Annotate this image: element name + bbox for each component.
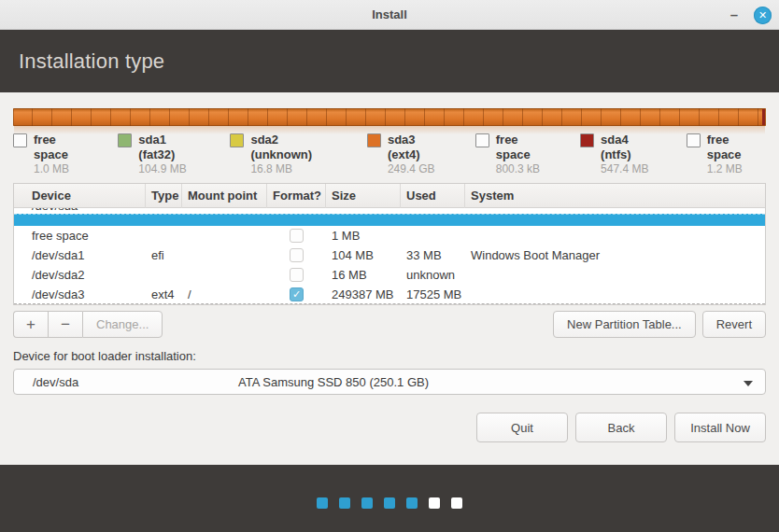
page-footer <box>0 465 779 532</box>
partition-name: sda1 (fat32) <box>138 133 205 162</box>
size-cell: 104 MB <box>326 245 401 265</box>
partition-toolbar: + − Change... New Partition Table... Rev… <box>13 311 766 338</box>
table-row-dev-sda-selected[interactable]: /dev/sda <box>14 208 765 226</box>
column-header-format[interactable]: Format? <box>267 184 326 208</box>
table-row-dev-sda3[interactable]: /dev/sda3 ext4 / 249387 MB 17525 MB <box>14 285 765 304</box>
legend-item-free-space-2: free space 800.3 kB <box>475 133 555 176</box>
partition-name: sda2 (unknown) <box>250 133 342 162</box>
partition-bar-ntfs-sliver <box>762 109 765 125</box>
partition-swatch-icon <box>367 133 381 147</box>
column-header-type[interactable]: Type <box>146 184 182 208</box>
partition-bar[interactable] <box>13 108 766 126</box>
partition-name: free space <box>496 133 555 162</box>
partition-swatch-icon <box>118 133 132 147</box>
remove-partition-button[interactable]: − <box>48 311 82 338</box>
progress-step <box>406 497 418 509</box>
format-checkbox[interactable] <box>290 229 304 243</box>
bootloader-device-description: ATA Samsung SSD 850 (250.1 GB) <box>238 375 429 389</box>
device-cell: /dev/sda1 <box>14 245 146 265</box>
partition-size: 547.4 MB <box>601 162 661 176</box>
partition-swatch-icon <box>475 133 489 147</box>
used-cell: 17525 MB <box>401 285 465 304</box>
window-controls: – ✕ <box>726 0 772 30</box>
partition-edit-group: + − Change... <box>13 311 163 338</box>
column-header-size[interactable]: Size <box>326 184 401 208</box>
device-cell: /dev/sda2 <box>14 265 146 285</box>
system-cell: Windows Boot Manager <box>465 245 765 265</box>
install-now-button[interactable]: Install Now <box>674 413 766 442</box>
device-cell: free space <box>14 226 146 245</box>
legend-item-sda1: sda1 (fat32) 104.9 MB <box>118 133 205 176</box>
partition-size: 1.0 MB <box>34 162 92 176</box>
add-partition-button[interactable]: + <box>13 311 48 338</box>
new-partition-table-button[interactable]: New Partition Table... <box>553 311 696 338</box>
minimize-icon[interactable]: – <box>726 10 743 20</box>
bootloader-device-value: /dev/sda <box>14 375 238 389</box>
partition-bar-segments <box>13 108 766 126</box>
column-header-used[interactable]: Used <box>401 184 465 208</box>
progress-step <box>339 497 350 509</box>
partition-swatch-icon <box>230 133 244 147</box>
column-header-device[interactable]: Device <box>14 184 146 208</box>
legend-item-sda4: sda4 (ntfs) 547.4 MB <box>580 133 661 176</box>
partition-size: 249.4 GB <box>388 162 450 176</box>
partition-size: 104.9 MB <box>138 162 205 176</box>
type-cell: efi <box>146 245 182 265</box>
table-header-row: Device Type Mount point Format? Size Use… <box>14 184 765 208</box>
page-title: Installation type <box>19 49 164 74</box>
partition-name: free space <box>707 133 766 162</box>
content-area: free space 1.0 MB sda1 (fat32) 104.9 MB … <box>0 108 779 465</box>
legend-item-free-space-1: free space 1.0 MB <box>13 133 92 176</box>
size-cell: 16 MB <box>326 265 401 285</box>
format-checkbox[interactable] <box>290 287 304 301</box>
table-row-dev-sda1[interactable]: /dev/sda1 efi 104 MB 33 MB Windows Boot … <box>14 245 765 265</box>
progress-step <box>451 497 462 509</box>
quit-button[interactable]: Quit <box>476 413 568 442</box>
legend-item-free-space-3: free space 1.2 MB <box>687 133 766 176</box>
partition-swatch-icon <box>13 133 27 147</box>
progress-step <box>384 497 395 509</box>
window-titlebar: Install – ✕ <box>0 0 779 30</box>
close-icon[interactable]: ✕ <box>754 7 772 24</box>
progress-step <box>317 497 328 509</box>
change-partition-button[interactable]: Change... <box>82 311 163 338</box>
device-cell: /dev/sda3 <box>14 285 146 304</box>
format-checkbox[interactable] <box>290 248 304 262</box>
partition-size: 16.8 MB <box>250 162 342 176</box>
partition-swatch-icon <box>687 133 701 147</box>
partition-size: 800.3 kB <box>496 162 555 176</box>
chevron-down-icon <box>744 381 753 386</box>
partition-name: sda3 (ext4) <box>388 133 450 162</box>
page-header: Installation type <box>0 30 779 92</box>
dialog-actions: Quit Back Install Now <box>13 413 766 442</box>
progress-step <box>361 497 373 509</box>
partition-name: free space <box>34 133 92 162</box>
format-checkbox[interactable] <box>290 268 304 282</box>
partition-name: sda4 (ntfs) <box>601 133 661 162</box>
partition-table: Device Type Mount point Format? Size Use… <box>13 183 766 305</box>
legend-item-sda2: sda2 (unknown) 16.8 MB <box>230 133 342 176</box>
table-row-dev-sda2[interactable]: /dev/sda2 16 MB unknown <box>14 265 765 285</box>
selected-row-highlight[interactable] <box>14 214 765 226</box>
partition-swatch-icon <box>580 133 594 147</box>
size-cell: 249387 MB <box>326 285 401 304</box>
partition-legend: free space 1.0 MB sda1 (fat32) 104.9 MB … <box>13 133 766 176</box>
used-cell: unknown <box>401 265 465 285</box>
bootloader-label: Device for boot loader installation: <box>13 349 766 363</box>
progress-step <box>429 497 440 509</box>
column-header-system[interactable]: System <box>465 184 765 208</box>
back-button[interactable]: Back <box>575 413 667 442</box>
partition-size: 1.2 MB <box>707 162 766 176</box>
column-header-mount-point[interactable]: Mount point <box>182 184 267 208</box>
progress-step-indicator <box>317 497 462 509</box>
mount-point-cell: / <box>182 285 267 304</box>
type-cell: ext4 <box>146 285 182 304</box>
size-cell: 1 MB <box>326 226 401 245</box>
window-title: Install <box>0 7 779 21</box>
used-cell: 33 MB <box>401 245 465 265</box>
revert-button[interactable]: Revert <box>702 311 766 338</box>
bootloader-device-dropdown[interactable]: /dev/sda ATA Samsung SSD 850 (250.1 GB) <box>13 369 766 395</box>
table-row-free-space[interactable]: free space 1 MB <box>14 226 765 245</box>
legend-item-sda3: sda3 (ext4) 249.4 GB <box>367 133 450 176</box>
